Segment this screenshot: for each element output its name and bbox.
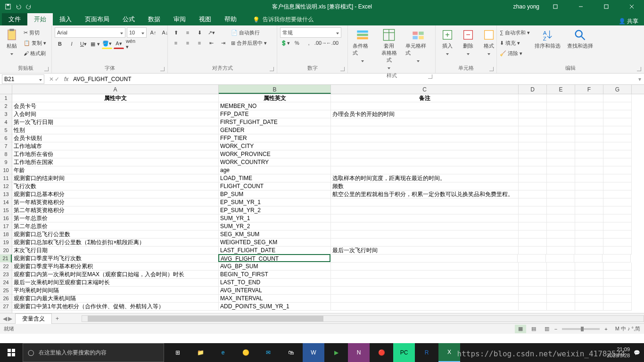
- pycharm-icon[interactable]: PC: [393, 343, 415, 362]
- font-color-button[interactable]: A▾: [114, 39, 124, 49]
- cell[interactable]: [331, 166, 519, 174]
- cell[interactable]: WEIGHTED_SEG_KM: [219, 239, 331, 247]
- ribbon-options-icon[interactable]: [546, 0, 565, 13]
- row-header[interactable]: 17: [0, 222, 12, 230]
- cell[interactable]: 工作地所在省份: [12, 150, 219, 158]
- tell-me-search[interactable]: 💡 告诉我你想要做什么: [253, 16, 314, 25]
- cell[interactable]: [519, 271, 547, 279]
- cell[interactable]: [519, 174, 547, 182]
- cell[interactable]: [603, 255, 631, 263]
- cell[interactable]: GENDER: [219, 126, 331, 134]
- cell[interactable]: [603, 206, 632, 214]
- tab-layout[interactable]: 页面布局: [78, 13, 116, 25]
- cell[interactable]: 年龄: [12, 166, 219, 174]
- cell[interactable]: [547, 126, 575, 134]
- tab-formula[interactable]: 公式: [116, 13, 141, 25]
- cell[interactable]: [575, 279, 603, 287]
- tab-insert[interactable]: 插入: [53, 13, 78, 25]
- cell[interactable]: [519, 182, 547, 190]
- tab-file[interactable]: 文件: [2, 13, 27, 25]
- cell[interactable]: [547, 166, 575, 174]
- cell[interactable]: WORK_COUNTRY: [219, 158, 331, 166]
- cell[interactable]: 观察窗口内最大乘机间隔: [12, 295, 219, 303]
- cell[interactable]: [547, 279, 575, 287]
- cell[interactable]: [519, 303, 547, 311]
- cell[interactable]: [603, 263, 632, 271]
- number-format-select[interactable]: 常规: [280, 27, 341, 38]
- cell[interactable]: [519, 230, 547, 239]
- cell[interactable]: ADD_POINTS_SUM_YR_1: [219, 303, 331, 311]
- notifications-icon[interactable]: 💬: [634, 350, 640, 356]
- column-header-A[interactable]: A: [12, 85, 219, 94]
- cell[interactable]: [603, 230, 632, 239]
- cell[interactable]: [603, 142, 632, 150]
- cell[interactable]: [603, 94, 632, 102]
- cell[interactable]: [331, 118, 519, 126]
- cell[interactable]: [575, 214, 603, 222]
- cell[interactable]: [519, 279, 547, 287]
- row-header[interactable]: 20: [0, 247, 12, 255]
- cell[interactable]: SUM_YR_1: [219, 214, 331, 222]
- cell[interactable]: [331, 206, 519, 214]
- excel-icon[interactable]: X: [438, 343, 460, 362]
- cell[interactable]: [519, 150, 547, 158]
- cell[interactable]: [575, 247, 603, 255]
- row-header[interactable]: 21: [0, 255, 12, 263]
- cell[interactable]: [547, 295, 575, 303]
- cell[interactable]: WORK_CITY: [219, 142, 331, 150]
- row-header[interactable]: 19: [0, 239, 12, 247]
- column-header-C[interactable]: C: [331, 85, 519, 94]
- sort-filter-button[interactable]: AZ排序和筛选: [533, 27, 562, 50]
- cell[interactable]: [575, 206, 603, 214]
- cell[interactable]: age: [219, 166, 331, 174]
- row-header[interactable]: 5: [0, 126, 12, 134]
- find-select-button[interactable]: 查找和选择: [565, 27, 595, 50]
- row-header[interactable]: 25: [0, 287, 12, 295]
- r-icon[interactable]: R: [416, 343, 438, 362]
- cell[interactable]: EP_SUM_YR_1: [219, 198, 331, 206]
- minimize-button[interactable]: [571, 0, 590, 13]
- cell[interactable]: 工作地所在国家: [12, 158, 219, 166]
- cell[interactable]: [603, 182, 632, 190]
- name-box[interactable]: B21: [2, 74, 44, 84]
- row-header[interactable]: 27: [0, 303, 12, 311]
- cell[interactable]: [547, 271, 575, 279]
- cell[interactable]: [547, 158, 575, 166]
- cell[interactable]: 观测窗口总飞行公里数: [12, 230, 219, 239]
- cell[interactable]: [575, 303, 603, 311]
- redo-icon[interactable]: [25, 3, 32, 10]
- cell[interactable]: [547, 214, 575, 222]
- cell[interactable]: [603, 166, 632, 174]
- cell[interactable]: [331, 263, 519, 271]
- cell[interactable]: 末次飞行日期: [12, 247, 219, 255]
- fx-icon[interactable]: fx: [62, 76, 70, 82]
- cell[interactable]: [547, 182, 575, 190]
- cell[interactable]: [603, 110, 632, 118]
- cell[interactable]: [603, 214, 632, 222]
- cell[interactable]: [331, 158, 519, 166]
- cell[interactable]: [331, 295, 519, 303]
- cell[interactable]: [547, 206, 575, 214]
- cell[interactable]: MAX_INTERVAL: [219, 295, 331, 303]
- cell[interactable]: [519, 110, 547, 118]
- align-bottom-icon[interactable]: ⬇: [194, 27, 205, 38]
- cell[interactable]: 会员卡级别: [12, 134, 219, 142]
- zoom-out-button[interactable]: −: [554, 326, 557, 332]
- cell[interactable]: [519, 206, 547, 214]
- cell[interactable]: LAST_FLIGHT_DATE: [219, 247, 331, 255]
- cell[interactable]: [547, 118, 575, 126]
- row-header[interactable]: 18: [0, 230, 12, 239]
- row-header[interactable]: 6: [0, 134, 12, 142]
- percent-icon[interactable]: %: [292, 38, 302, 48]
- cell[interactable]: LOAD_TIME: [219, 174, 331, 182]
- cut-button[interactable]: ✂ 剪切: [24, 27, 46, 38]
- increase-decimal-icon[interactable]: .00→: [315, 38, 326, 48]
- cell[interactable]: MEMBER_NO: [219, 102, 331, 110]
- page-layout-view-icon[interactable]: ▤: [528, 325, 539, 333]
- sheet-tab[interactable]: 变量含义: [15, 313, 52, 324]
- fill-color-button[interactable]: 🪣▾: [102, 39, 112, 49]
- cell[interactable]: [519, 287, 547, 295]
- cell[interactable]: [547, 247, 575, 255]
- cell[interactable]: [519, 158, 547, 166]
- cell[interactable]: 平均乘机时间间隔: [12, 287, 219, 295]
